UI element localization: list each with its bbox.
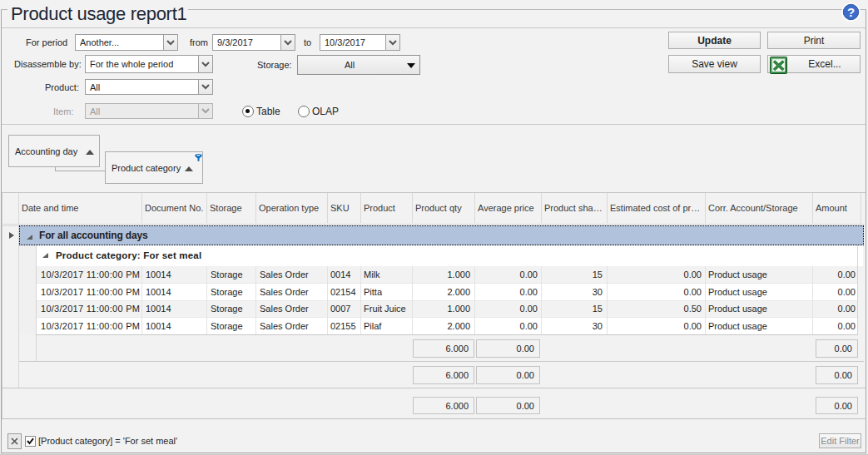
svg-text:?: ? xyxy=(847,5,855,19)
